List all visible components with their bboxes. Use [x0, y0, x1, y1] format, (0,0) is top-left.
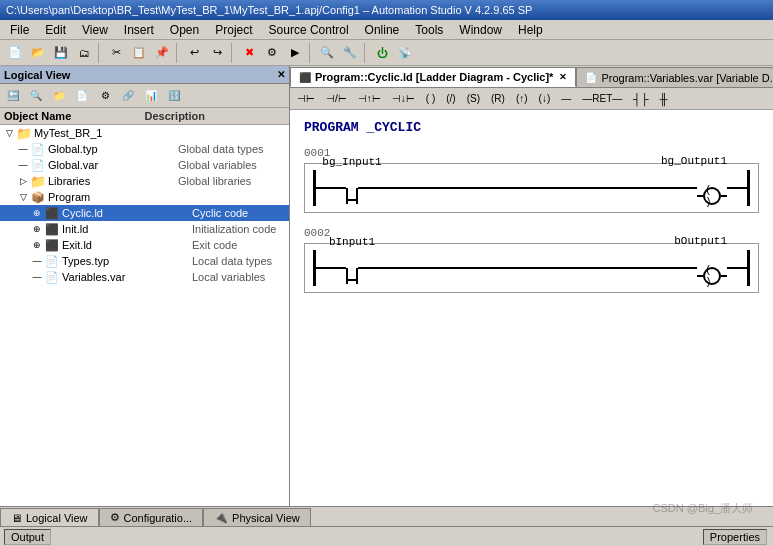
menu-insert[interactable]: Insert	[116, 21, 162, 39]
menu-help[interactable]: Help	[510, 21, 551, 39]
lad-block-del[interactable]: ╫	[655, 90, 673, 108]
build-button[interactable]: ⚙	[261, 42, 283, 64]
tab-variables[interactable]: 📄 Program::Variables.var [Variable D... …	[576, 67, 773, 87]
lp-btn4[interactable]: 📄	[71, 85, 93, 107]
lp-btn2[interactable]: 🔍	[25, 85, 47, 107]
tree-desc-variables-var: Local variables	[192, 271, 282, 283]
menu-file[interactable]: File	[2, 21, 37, 39]
lad-block-add[interactable]: ┤├	[628, 90, 654, 108]
settings-button[interactable]: 🔧	[339, 42, 361, 64]
tree-desc-global-var: Global variables	[178, 159, 268, 171]
tree-container[interactable]: ▽ 📁 MyTest_BR_1 — 📄 Global.typ Global da…	[0, 125, 289, 506]
tree-label-exit-ld: Exit.ld	[62, 239, 192, 251]
toggle-global-typ: —	[16, 144, 30, 154]
menu-window[interactable]: Window	[451, 21, 510, 39]
lad-coil-r[interactable]: (R)	[486, 90, 510, 108]
open-button[interactable]: 📂	[27, 42, 49, 64]
coil-1: bg_Output1 ( )	[697, 171, 727, 205]
new-button[interactable]: 📄	[4, 42, 26, 64]
tree-label-init-ld: Init.ld	[62, 223, 192, 235]
find-button[interactable]: 🔍	[316, 42, 338, 64]
lad-wire[interactable]: —	[556, 90, 576, 108]
menu-edit[interactable]: Edit	[37, 21, 74, 39]
wire-2c	[727, 267, 747, 269]
coil-wire-right-2	[721, 275, 727, 277]
toolbar: 📄 📂 💾 🗂 ✂ 📋 📌 ↩ ↪ ✖ ⚙ ▶ 🔍 🔧 ⏻ 📡	[0, 40, 773, 66]
copy-button[interactable]: 📋	[128, 42, 150, 64]
toggle-variables: —	[30, 272, 44, 282]
lad-pos-edge[interactable]: ⊣↑⊢	[353, 90, 386, 108]
menu-open[interactable]: Open	[162, 21, 207, 39]
lp-btn8[interactable]: 🔢	[163, 85, 185, 107]
leg-left-1	[346, 188, 348, 204]
leg-right-1	[356, 188, 358, 204]
panel-controls[interactable]: ✕	[277, 69, 285, 80]
file-icon-variables-var: 📄	[44, 270, 60, 284]
tree-item-libraries[interactable]: ▷ 📁 Libraries Global libraries	[0, 173, 289, 189]
cut-button[interactable]: ✂	[105, 42, 127, 64]
lp-btn6[interactable]: 🔗	[117, 85, 139, 107]
toggle-libraries[interactable]: ▷	[16, 176, 30, 186]
tab-cyclic[interactable]: ⬛ Program::Cyclic.ld [Ladder Diagram - C…	[290, 67, 576, 87]
lad-no-contact[interactable]: ⊣⊢	[292, 90, 320, 108]
lad-coil-up[interactable]: (↑)	[511, 90, 533, 108]
menu-project[interactable]: Project	[207, 21, 260, 39]
menu-view[interactable]: View	[74, 21, 116, 39]
undo-button[interactable]: ↩	[183, 42, 205, 64]
tree-label-root: MyTest_BR_1	[34, 127, 164, 139]
bottom-tab-physical-label: Physical View	[232, 512, 300, 524]
bottom-tab-physical[interactable]: 🔌 Physical View	[203, 508, 311, 526]
lp-btn7[interactable]: 📊	[140, 85, 162, 107]
run-button[interactable]: ▶	[284, 42, 306, 64]
lad-coil-nc[interactable]: (/)	[441, 90, 460, 108]
lp-btn3[interactable]: 📁	[48, 85, 70, 107]
tree-item-root[interactable]: ▽ 📁 MyTest_BR_1	[0, 125, 289, 141]
tree-item-init-ld[interactable]: ⊕ ⬛ Init.ld Initialization code	[0, 221, 289, 237]
col-object-name: Object Name	[4, 110, 145, 122]
bottom-tab-logical[interactable]: 🖥 Logical View	[0, 508, 99, 526]
tree-item-variables-var[interactable]: — 📄 Variables.var Local variables	[0, 269, 289, 285]
lad-coil-dn[interactable]: (↓)	[534, 90, 556, 108]
leg-left-2	[346, 268, 348, 284]
save-button[interactable]: 💾	[50, 42, 72, 64]
transfer-button[interactable]: 📡	[394, 42, 416, 64]
tree-item-types-typ[interactable]: — 📄 Types.typ Local data types	[0, 253, 289, 269]
paste-button[interactable]: 📌	[151, 42, 173, 64]
tree-item-cyclic-ld[interactable]: ⊕ ⬛ Cyclic.ld Cyclic code	[0, 205, 289, 221]
menu-source-control[interactable]: Source Control	[261, 21, 357, 39]
connect-button[interactable]: ⏻	[371, 42, 393, 64]
lad-coil-no[interactable]: ( )	[421, 90, 440, 108]
status-output-label: Output	[11, 531, 44, 543]
tree-item-program[interactable]: ▽ 📦 Program	[0, 189, 289, 205]
coil-wire-right-1	[721, 195, 727, 197]
sep2	[176, 43, 180, 63]
toggle-program[interactable]: ▽	[16, 192, 30, 202]
menu-tools[interactable]: Tools	[407, 21, 451, 39]
status-bar: Output Properties	[0, 526, 773, 546]
lp-btn1[interactable]: 🔙	[2, 85, 24, 107]
coil-2: bOutput1 ( )	[697, 251, 727, 285]
stop-button[interactable]: ✖	[238, 42, 260, 64]
lad-ret[interactable]: —RET—	[577, 90, 627, 108]
lad-coil-s[interactable]: (S)	[462, 90, 485, 108]
tree-item-global-var[interactable]: — 📄 Global.var Global variables	[0, 157, 289, 173]
menu-online[interactable]: Online	[357, 21, 408, 39]
tree-item-exit-ld[interactable]: ⊕ ⬛ Exit.ld Exit code	[0, 237, 289, 253]
contact-1: bg_Input1	[346, 172, 358, 204]
save-all-button[interactable]: 🗂	[73, 42, 95, 64]
bottom-tab-config[interactable]: ⚙ Configuratio...	[99, 508, 203, 526]
toggle-types: —	[30, 256, 44, 266]
physical-icon: 🔌	[214, 511, 228, 524]
code-area[interactable]: PROGRAM _CYCLIC 0001 bg_Input1	[290, 110, 773, 506]
redo-button[interactable]: ↪	[206, 42, 228, 64]
tree-item-global-typ[interactable]: — 📄 Global.typ Global data types	[0, 141, 289, 157]
tab-cyclic-close[interactable]: ✕	[559, 72, 567, 82]
toggle-root[interactable]: ▽	[2, 128, 16, 138]
file-icon-init-ld: ⬛	[44, 222, 60, 236]
lad-neg-edge[interactable]: ⊣↓⊢	[387, 90, 420, 108]
rung-1: bg_Input1 bg_Output1 ( )	[304, 163, 759, 213]
toggle-global-var: —	[16, 160, 30, 170]
lp-btn5[interactable]: ⚙	[94, 85, 116, 107]
lad-nc-contact[interactable]: ⊣/⊢	[321, 90, 352, 108]
tab-cyclic-label: Program::Cyclic.ld [Ladder Diagram - Cyc…	[315, 71, 553, 83]
